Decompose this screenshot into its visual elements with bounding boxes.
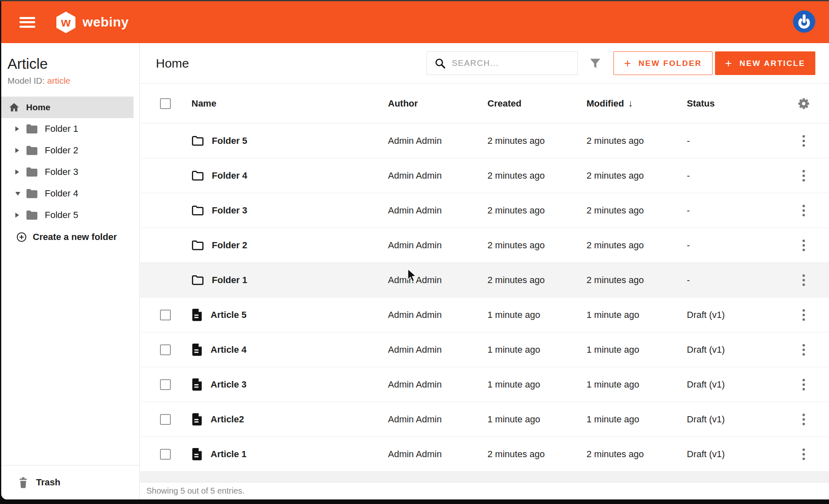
table-row[interactable]: Article 1 Admin Admin 2 minutes ago 2 mi… — [140, 437, 829, 472]
user-avatar-button[interactable] — [793, 10, 815, 33]
row-name-label: Folder 3 — [212, 205, 247, 216]
document-icon — [191, 448, 203, 460]
chevron-down-icon[interactable] — [15, 192, 20, 196]
row-actions-menu-button[interactable] — [800, 411, 807, 428]
folder-icon — [191, 240, 204, 251]
row-actions-menu-button[interactable] — [800, 167, 807, 184]
row-created: 2 minutes ago — [487, 170, 587, 181]
search-box[interactable] — [427, 51, 578, 75]
row-checkbox[interactable] — [160, 449, 171, 460]
row-status: Draft (v1) — [687, 344, 778, 355]
folder-icon — [26, 210, 38, 220]
row-status: Draft (v1) — [687, 310, 778, 320]
row-actions-menu-button[interactable] — [800, 376, 807, 393]
table-body: Folder 5 Admin Admin 2 minutes ago 2 min… — [140, 124, 829, 472]
row-status: - — [687, 136, 778, 146]
row-status: - — [687, 170, 778, 181]
table-settings-button[interactable] — [778, 97, 829, 110]
table-row[interactable]: Article2 Admin Admin 1 minute ago 1 minu… — [140, 402, 829, 437]
row-author: Admin Admin — [388, 414, 487, 425]
row-name-cell[interactable]: Folder 4 — [191, 170, 388, 181]
screen: w webiny Article Model ID: article — [0, 0, 829, 504]
chevron-right-icon[interactable] — [15, 126, 19, 131]
filter-button[interactable] — [589, 57, 602, 70]
sidebar-folder-item[interactable]: Folder 3 — [1, 161, 139, 183]
breadcrumb-home[interactable]: Home — [156, 56, 189, 70]
row-checkbox[interactable] — [160, 379, 171, 390]
table-row[interactable]: Folder 2 Admin Admin 2 minutes ago 2 min… — [140, 228, 829, 263]
row-actions-menu-button[interactable] — [800, 342, 807, 358]
search-input[interactable] — [452, 52, 577, 75]
row-name-cell[interactable]: Folder 3 — [191, 205, 388, 216]
row-modified: 2 minutes ago — [587, 136, 687, 146]
hamburger-menu-icon[interactable] — [19, 17, 35, 28]
row-modified: 1 minute ago — [587, 310, 687, 320]
row-actions-menu-button[interactable] — [800, 202, 807, 219]
row-actions-menu-button[interactable] — [800, 133, 807, 149]
sort-desc-icon: ↓ — [628, 98, 633, 109]
row-modified: 2 minutes ago — [587, 275, 687, 286]
table-row[interactable]: Article 5 Admin Admin 1 minute ago 1 min… — [140, 298, 829, 332]
column-header-name[interactable]: Name — [191, 98, 388, 109]
row-name-cell[interactable]: Article2 — [191, 413, 388, 426]
row-name-cell[interactable]: Folder 5 — [191, 135, 388, 146]
trash-button[interactable]: Trash — [1, 465, 139, 499]
row-status: Draft (v1) — [687, 379, 778, 390]
row-name-cell[interactable]: Folder 1 — [191, 274, 388, 286]
folder-label: Folder 4 — [45, 188, 78, 199]
table-row[interactable]: Folder 3 Admin Admin 2 minutes ago 2 min… — [140, 193, 829, 228]
row-modified: 1 minute ago — [587, 379, 687, 390]
table-row[interactable]: Article 3 Admin Admin 1 minute ago 1 min… — [140, 367, 829, 402]
row-name-cell[interactable]: Folder 2 — [191, 240, 388, 251]
table-footer: Showing 5 out of 5 entries. — [140, 482, 829, 499]
plus-icon: + — [624, 58, 632, 69]
row-status: - — [687, 275, 778, 286]
chevron-right-icon[interactable] — [15, 213, 19, 218]
row-actions-menu-button[interactable] — [800, 237, 807, 254]
row-actions-menu-button[interactable] — [800, 446, 807, 463]
row-checkbox[interactable] — [160, 310, 171, 320]
row-name-cell[interactable]: Article 1 — [191, 448, 388, 460]
row-created: 2 minutes ago — [487, 136, 587, 146]
row-actions-menu-button[interactable] — [800, 272, 807, 288]
sidebar-folder-item[interactable]: Folder 2 — [1, 140, 139, 161]
table-row[interactable]: Article 4 Admin Admin 1 minute ago 1 min… — [140, 332, 829, 367]
row-name-label: Article 3 — [211, 379, 247, 390]
create-folder-button[interactable]: Create a new folder — [1, 226, 139, 248]
sidebar-folder-item[interactable]: Folder 1 — [1, 118, 139, 140]
row-actions-menu-button[interactable] — [800, 307, 807, 323]
row-checkbox[interactable] — [160, 414, 171, 425]
chevron-right-icon[interactable] — [15, 170, 19, 174]
brand-wordmark: webiny — [82, 15, 128, 30]
column-header-created[interactable]: Created — [487, 98, 587, 109]
row-name-label: Article 5 — [211, 310, 247, 320]
row-name-cell[interactable]: Article 3 — [191, 378, 388, 391]
row-checkbox[interactable] — [160, 344, 171, 355]
create-folder-label: Create a new folder — [33, 232, 117, 242]
column-header-author[interactable]: Author — [388, 98, 487, 109]
sidebar-folder-item[interactable]: Folder 4 — [1, 183, 139, 204]
row-modified: 2 minutes ago — [587, 205, 687, 216]
plus-icon: + — [725, 58, 733, 69]
new-article-button[interactable]: + NEW ARTICLE — [715, 51, 815, 75]
new-folder-button[interactable]: + NEW FOLDER — [613, 51, 713, 75]
model-id-line: Model ID: article — [7, 76, 139, 86]
row-name-cell[interactable]: Article 4 — [191, 343, 388, 356]
folder-icon — [191, 135, 204, 146]
sidebar-item-home[interactable]: Home — [1, 97, 133, 118]
select-all-checkbox[interactable] — [160, 98, 171, 109]
column-header-status[interactable]: Status — [687, 98, 778, 109]
table-row[interactable]: Folder 4 Admin Admin 2 minutes ago 2 min… — [140, 158, 829, 193]
webiny-logo[interactable]: w webiny — [55, 11, 128, 34]
row-created: 2 minutes ago — [487, 275, 587, 286]
folder-tree: Home Folder 1 Folder 2 Folder 3 Folder 4 — [1, 97, 139, 248]
table-row[interactable]: Folder 5 Admin Admin 2 minutes ago 2 min… — [140, 124, 829, 158]
sidebar-folder-item[interactable]: Folder 5 — [1, 204, 139, 226]
column-header-modified[interactable]: Modified↓ — [587, 98, 687, 109]
table-row[interactable]: Folder 1 Admin Admin 2 minutes ago 2 min… — [140, 263, 829, 298]
row-author: Admin Admin — [388, 170, 487, 181]
chevron-right-icon[interactable] — [15, 148, 19, 153]
row-name-label: Folder 4 — [212, 170, 247, 181]
row-name-cell[interactable]: Article 5 — [191, 308, 388, 321]
row-name-label: Folder 1 — [212, 275, 247, 286]
